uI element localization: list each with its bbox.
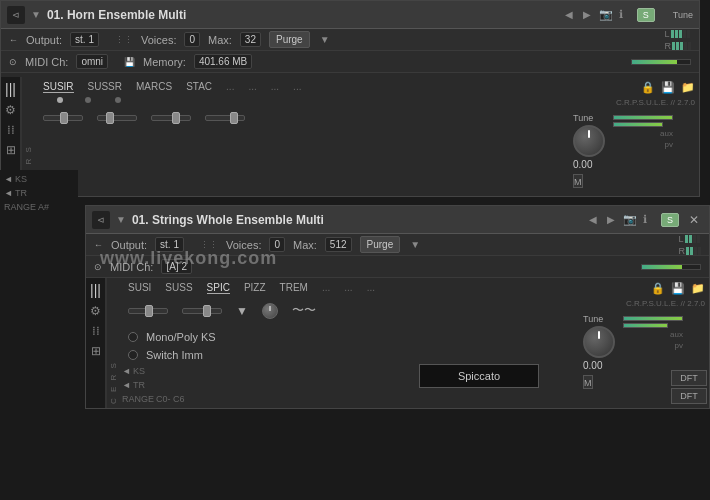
output-dropdown-bottom[interactable]: st. 1 [155,237,184,252]
memory-icon: 💾 [124,57,135,67]
artic-tab-b-5[interactable]: ... [322,282,330,294]
artic-tab-b-6[interactable]: ... [344,282,352,294]
prev-instrument-btn-2[interactable]: ◀ [587,214,599,225]
artic-tabs-bottom: SUSI SUSS SPIC PIZZ TREM ... ... ... [128,282,571,294]
close-button-2[interactable]: ✕ [685,213,703,227]
max-value-bottom: 512 [325,237,352,252]
folder-icon-top[interactable]: 📁 [681,81,695,94]
ks-arrow[interactable]: ◄ [122,366,131,376]
volume-slider-top[interactable] [631,59,691,65]
tr-row-top: ◄ TR [4,186,74,200]
voices-value-top: 0 [184,32,200,47]
lock-icon-top[interactable]: 🔒 [641,81,655,94]
purge-dropdown-btn[interactable]: ▼ [318,34,332,45]
artic-tab-7[interactable]: ... [293,81,301,93]
camera-icon-2[interactable]: 📷 [623,213,637,226]
dft-button-2[interactable]: DFT [671,388,707,404]
aux-label-top: aux [660,129,673,138]
fader-3[interactable] [205,115,245,121]
level-bar-l-2: L [679,234,702,244]
artic-tab-b-3[interactable]: PIZZ [244,282,266,294]
artic-tab-5[interactable]: ... [248,81,256,93]
tune-knob-top[interactable] [573,125,605,157]
prev-instrument-btn[interactable]: ◀ [563,9,575,20]
fader-1[interactable] [97,115,137,121]
solo-button[interactable]: S [637,8,655,22]
artic-tab-0[interactable]: SUSIR [43,81,74,93]
purge-button-top[interactable]: Purge [269,31,310,48]
instrument-icon-2: ⊲ [92,211,110,229]
artic-tab-1[interactable]: SUSSR [88,81,122,93]
switch-imm-radio[interactable] [128,350,138,360]
mute-button-bottom[interactable]: M [583,375,593,389]
tr-arrow[interactable]: ◄ [122,380,131,390]
bottom-instrument-panel: ⊲ ▼ 01. Strings Whole Ensemble Multi ◀ ▶… [85,205,710,409]
fader-b-0[interactable] [128,308,168,314]
dft-buttons: DFT DFT [671,370,707,404]
artic-tab-4[interactable]: ... [226,81,234,93]
top-instrument-panel: ⊲ ▼ 01. Horn Ensemble Multi ◀ ▶ 📷 ℹ S Tu… [0,0,700,197]
volume-slider-bottom[interactable] [641,264,701,270]
voices-icon: ⋮⋮ [115,35,133,45]
voices-icon-2: ⋮⋮ [200,240,218,250]
settings-icon[interactable]: ⚙ [5,103,16,117]
mono-poly-radio[interactable] [128,332,138,342]
artic-tab-b-1[interactable]: SUSS [165,282,192,294]
arp-icon-2[interactable]: ⁞⁞ [92,324,100,338]
range-label: RANGE [122,394,154,404]
solo-button-2[interactable]: S [661,213,679,227]
artic-tab-b-7[interactable]: ... [367,282,375,294]
grid-icon-2[interactable]: ⊞ [91,344,101,358]
artic-tab-b-0[interactable]: SUSI [128,282,151,294]
output-label-bottom: Output: [111,239,147,251]
artic-tab-2[interactable]: MARCS [136,81,172,93]
purge-button-bottom[interactable]: Purge [360,236,401,253]
fader-b-1[interactable] [182,308,222,314]
mixer-icon[interactable]: ||| [5,81,16,97]
dot-0 [57,97,63,103]
tune-knob-area-bottom: Tune 0.00 aux pv [583,314,705,371]
tune-knob-bottom[interactable] [583,326,615,358]
artic-dots-top [43,97,561,103]
fader-2[interactable] [151,115,191,121]
ks-label: KS [133,366,145,376]
left-sidebar-bottom: ||| ⚙ ⁞⁞ ⊞ [86,278,106,408]
save-icon-bottom[interactable]: 💾 [671,282,685,295]
artic-tab-3[interactable]: STAC [186,81,212,93]
arp-icon[interactable]: ⁞⁞ [7,123,15,137]
lock-icon-bottom[interactable]: 🔒 [651,282,665,295]
aux-label-bottom: aux [670,330,683,339]
tr-arrow-top[interactable]: ◄ [4,188,13,198]
mixer-icon-2[interactable]: ||| [90,282,101,298]
tune-label-top: Tune [673,10,693,20]
output-dropdown-top[interactable]: st. 1 [70,32,99,47]
artic-tab-6[interactable]: ... [271,81,279,93]
ks-row: ◄ KS [122,364,185,378]
next-instrument-btn[interactable]: ▶ [581,9,593,20]
memory-value-top: 401.66 MB [194,54,252,69]
artic-tab-b-2[interactable]: SPIC [207,282,230,294]
grid-icon[interactable]: ⊞ [6,143,16,157]
tune-val-bottom: 0.00 [583,360,602,371]
tune-text-top: Tune [573,113,593,123]
expand-arrow-2[interactable]: ▼ [116,214,126,225]
expand-arrow[interactable]: ▼ [31,9,41,20]
dft-button-1[interactable]: DFT [671,370,707,386]
info-icon-2[interactable]: ℹ [643,213,647,226]
folder-icon-bottom[interactable]: 📁 [691,282,705,295]
ks-arrow-top[interactable]: ◄ [4,174,13,184]
level-bars-bottom: L R [679,234,702,256]
camera-icon[interactable]: 📷 [599,8,613,21]
artic-tab-b-4[interactable]: TREM [280,282,308,294]
midi-dropdown-top[interactable]: omni [76,54,108,69]
mute-button-top[interactable]: M [573,174,583,188]
midi-dropdown-bottom[interactable]: [A] 2 [161,259,192,274]
info-icon[interactable]: ℹ [619,8,623,21]
save-icon-top[interactable]: 💾 [661,81,675,94]
next-instrument-btn-2[interactable]: ▶ [605,214,617,225]
purge-dropdown-btn-2[interactable]: ▼ [408,239,422,250]
pizz-knob[interactable] [262,303,278,319]
fader-thumb-1 [106,112,114,124]
settings-icon-2[interactable]: ⚙ [90,304,101,318]
fader-0[interactable] [43,115,83,121]
